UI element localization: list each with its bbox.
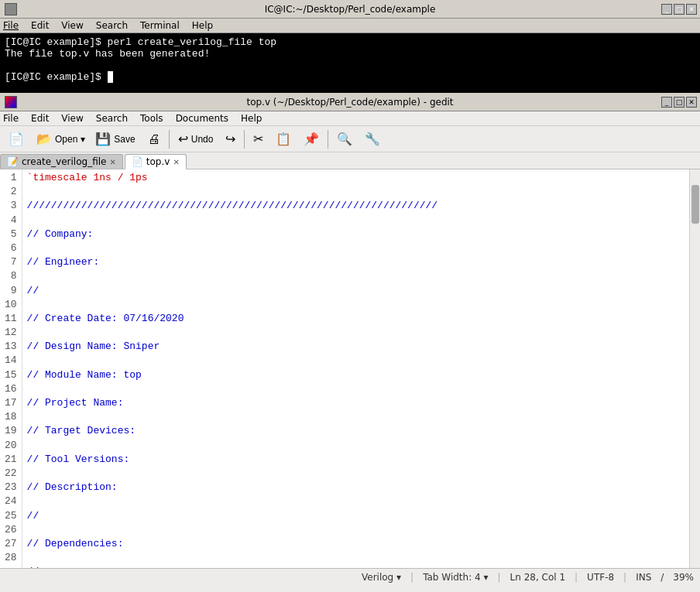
terminal-close-button[interactable]: ✕ xyxy=(686,4,697,15)
terminal-window-icon xyxy=(5,3,17,15)
terminal-titlebar: IC@IC:~/Desktop/Perl_code/example _ □ ✕ xyxy=(0,0,700,19)
terminal-menu-terminal[interactable]: Terminal xyxy=(140,20,180,31)
terminal-line-2: The file top.v has been generated! xyxy=(5,48,210,60)
terminal-line-4: [IC@IC example]$ xyxy=(5,71,113,83)
terminal-menu-file[interactable]: File xyxy=(3,20,19,31)
terminal-minimize-button[interactable]: _ xyxy=(661,4,672,15)
terminal-menubar: File Edit View Search Terminal Help xyxy=(0,19,700,33)
terminal-menu-help[interactable]: Help xyxy=(192,20,213,31)
terminal-window-controls: _ □ ✕ xyxy=(661,4,697,15)
terminal-menu-edit[interactable]: Edit xyxy=(31,20,49,31)
terminal-window: IC@IC:~/Desktop/Perl_code/example _ □ ✕ … xyxy=(0,0,700,93)
terminal-menu-search[interactable]: Search xyxy=(96,20,128,31)
terminal-menu-view[interactable]: View xyxy=(61,20,83,31)
terminal-maximize-button[interactable]: □ xyxy=(674,4,685,15)
terminal-title: IC@IC:~/Desktop/Perl_code/example xyxy=(265,4,436,15)
terminal-line-1: [IC@IC example]$ perl create_verilog_fil… xyxy=(5,36,276,48)
terminal-line-3 xyxy=(5,60,11,71)
terminal-content[interactable]: [IC@IC example]$ perl create_verilog_fil… xyxy=(0,33,700,89)
